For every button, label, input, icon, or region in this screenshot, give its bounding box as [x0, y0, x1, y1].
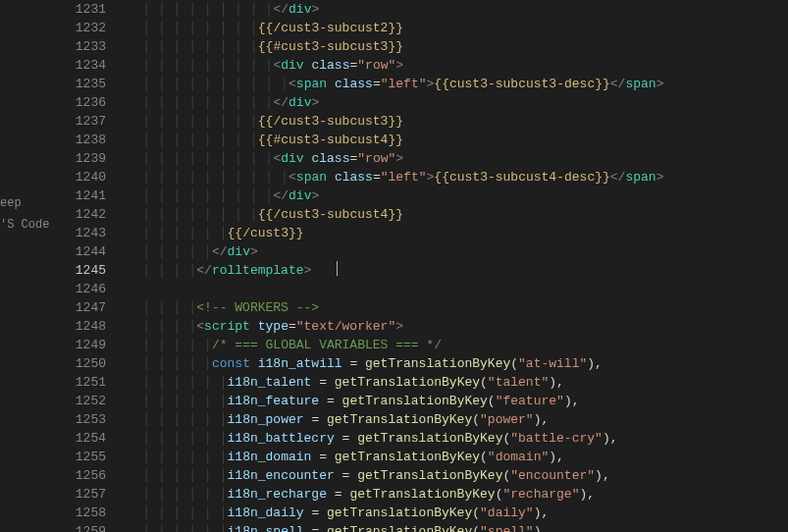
code-line[interactable]: 1232 │ │ │ │ │ │ │ │{{/cust3-subcust2}}: [54, 19, 788, 37]
code-line[interactable]: 1238 │ │ │ │ │ │ │ │{{#cust3-subcust4}}: [54, 131, 788, 149]
line-number: 1236: [54, 93, 128, 112]
line-content[interactable]: │ │ │ │ │</div>: [128, 242, 788, 261]
line-number: 1244: [54, 242, 128, 261]
line-number: 1240: [54, 168, 128, 186]
code-line[interactable]: 1237 │ │ │ │ │ │ │ │{{/cust3-subcust3}}: [54, 112, 788, 131]
code-line[interactable]: 1236 │ │ │ │ │ │ │ │ │</div>: [54, 93, 788, 112]
line-content[interactable]: │ │ │ │ │ │i18n_domain = getTranslationB…: [128, 448, 788, 466]
line-content[interactable]: │ │ │ │ │ │i18n_feature = getTranslation…: [128, 392, 788, 410]
line-content[interactable]: │ │ │ │ │ │i18n_encounter = getTranslati…: [128, 466, 788, 485]
line-content[interactable]: │ │ │ │ │ │i18n_spell = getTranslationBy…: [128, 522, 788, 532]
line-number: 1259: [54, 522, 128, 532]
line-content[interactable]: │ │ │ │ │ │ │ │ │<div class="row">: [128, 56, 788, 75]
line-number: 1258: [54, 504, 128, 522]
code-line[interactable]: 1242 │ │ │ │ │ │ │ │{{/cust3-subcust4}}: [54, 205, 788, 224]
line-content[interactable]: │ │ │ │ │/* === GLOBAL VARIABLES === */: [128, 336, 788, 354]
line-content[interactable]: │ │ │ │ │ │i18n_power = getTranslationBy…: [128, 410, 788, 429]
line-number: 1254: [54, 429, 128, 448]
line-content[interactable]: │ │ │ │ │ │ │ │ │<div class="row">: [128, 149, 788, 168]
line-content[interactable]: │ │ │ │ │ │{{/cust3}}: [128, 224, 788, 242]
code-line[interactable]: 1253 │ │ │ │ │ │i18n_power = getTranslat…: [54, 410, 788, 429]
code-line[interactable]: 1233 │ │ │ │ │ │ │ │{{#cust3-subcust3}}: [54, 37, 788, 56]
code-line[interactable]: 1251 │ │ │ │ │ │i18n_talent = getTransla…: [54, 373, 788, 392]
line-number: 1252: [54, 392, 128, 410]
code-line[interactable]: 1240 │ │ │ │ │ │ │ │ │ │<span class="lef…: [54, 168, 788, 186]
line-number: 1251: [54, 373, 128, 392]
line-number: 1243: [54, 224, 128, 242]
line-content[interactable]: │ │ │ │ │ │ │ │ │</div>: [128, 186, 788, 205]
line-number: 1253: [54, 410, 128, 429]
code-line[interactable]: 1257 │ │ │ │ │ │i18n_recharge = getTrans…: [54, 485, 788, 504]
sidebar-fragment-mid: 'S Code: [0, 218, 54, 232]
line-number: 1250: [54, 354, 128, 373]
line-number: 1233: [54, 37, 128, 56]
code-line[interactable]: 1259 │ │ │ │ │ │i18n_spell = getTranslat…: [54, 522, 788, 532]
code-line[interactable]: 1256 │ │ │ │ │ │i18n_encounter = getTran…: [54, 466, 788, 485]
code-line[interactable]: 1243 │ │ │ │ │ │{{/cust3}}: [54, 224, 788, 242]
line-number: 1246: [54, 280, 128, 298]
code-line[interactable]: 1246: [54, 280, 788, 298]
line-number: 1235: [54, 75, 128, 93]
line-content[interactable]: │ │ │ │ │ │ │ │{{#cust3-subcust3}}: [128, 37, 788, 56]
activity-bar[interactable]: eep 'S Code: [0, 0, 54, 532]
line-content[interactable]: │ │ │ │ │ │i18n_daily = getTranslationBy…: [128, 504, 788, 522]
line-number: 1255: [54, 448, 128, 466]
line-content[interactable]: │ │ │ │ │const i18n_atwill = getTranslat…: [128, 354, 788, 373]
line-number: 1239: [54, 149, 128, 168]
line-content[interactable]: │ │ │ │ │ │ │ │ │</div>: [128, 93, 788, 112]
code-area[interactable]: 1231 │ │ │ │ │ │ │ │ │</div>1232 │ │ │ │…: [54, 0, 788, 532]
line-number: 1238: [54, 131, 128, 149]
code-line[interactable]: 1254 │ │ │ │ │ │i18n_battlecry = getTran…: [54, 429, 788, 448]
line-content[interactable]: │ │ │ │ │ │ │ │ │ │<span class="left">{{…: [128, 75, 788, 93]
line-content[interactable]: [128, 280, 788, 298]
sidebar-fragment-top: eep: [0, 196, 54, 210]
line-content[interactable]: │ │ │ │ │ │ │ │{{#cust3-subcust4}}: [128, 131, 788, 149]
line-content[interactable]: │ │ │ │ │ │ │ │{{/cust3-subcust3}}: [128, 112, 788, 131]
line-number: 1237: [54, 112, 128, 131]
line-number: 1247: [54, 298, 128, 317]
code-line[interactable]: 1258 │ │ │ │ │ │i18n_daily = getTranslat…: [54, 504, 788, 522]
text-cursor: [337, 261, 338, 276]
line-number: 1242: [54, 205, 128, 224]
line-content[interactable]: │ │ │ │<!-- WORKERS -->: [128, 298, 788, 317]
line-content[interactable]: │ │ │ │ │ │ │ │ │ │<span class="left">{{…: [128, 168, 788, 186]
line-number: 1234: [54, 56, 128, 75]
code-line[interactable]: 1247 │ │ │ │<!-- WORKERS -->: [54, 298, 788, 317]
line-number: 1248: [54, 317, 128, 336]
code-line[interactable]: 1245 │ │ │ │</rolltemplate>: [54, 261, 788, 280]
line-number: 1249: [54, 336, 128, 354]
line-content[interactable]: │ │ │ │ │ │ │ │ │</div>: [128, 0, 788, 19]
code-line[interactable]: 1250 │ │ │ │ │const i18n_atwill = getTra…: [54, 354, 788, 373]
line-number: 1245: [54, 261, 128, 280]
editor-root: eep 'S Code 1231 │ │ │ │ │ │ │ │ │</div>…: [0, 0, 788, 532]
code-line[interactable]: 1234 │ │ │ │ │ │ │ │ │<div class="row">: [54, 56, 788, 75]
code-line[interactable]: 1252 │ │ │ │ │ │i18n_feature = getTransl…: [54, 392, 788, 410]
code-line[interactable]: 1241 │ │ │ │ │ │ │ │ │</div>: [54, 186, 788, 205]
line-content[interactable]: │ │ │ │ │ │i18n_talent = getTranslationB…: [128, 373, 788, 392]
code-line[interactable]: 1239 │ │ │ │ │ │ │ │ │<div class="row">: [54, 149, 788, 168]
code-line[interactable]: 1248 │ │ │ │<script type="text/worker">: [54, 317, 788, 336]
line-number: 1241: [54, 186, 128, 205]
code-line[interactable]: 1255 │ │ │ │ │ │i18n_domain = getTransla…: [54, 448, 788, 466]
line-number: 1256: [54, 466, 128, 485]
code-line[interactable]: 1231 │ │ │ │ │ │ │ │ │</div>: [54, 0, 788, 19]
line-number: 1257: [54, 485, 128, 504]
line-content[interactable]: │ │ │ │<script type="text/worker">: [128, 317, 788, 336]
line-number: 1231: [54, 0, 128, 19]
code-line[interactable]: 1249 │ │ │ │ │/* === GLOBAL VARIABLES ==…: [54, 336, 788, 354]
line-content[interactable]: │ │ │ │ │ │i18n_battlecry = getTranslati…: [128, 429, 788, 448]
code-line[interactable]: 1235 │ │ │ │ │ │ │ │ │ │<span class="lef…: [54, 75, 788, 93]
code-line[interactable]: 1244 │ │ │ │ │</div>: [54, 242, 788, 261]
line-content[interactable]: │ │ │ │ │ │ │ │{{/cust3-subcust2}}: [128, 19, 788, 37]
line-number: 1232: [54, 19, 128, 37]
line-content[interactable]: │ │ │ │</rolltemplate>: [128, 261, 788, 280]
line-content[interactable]: │ │ │ │ │ │ │ │{{/cust3-subcust4}}: [128, 205, 788, 224]
line-content[interactable]: │ │ │ │ │ │i18n_recharge = getTranslatio…: [128, 485, 788, 504]
